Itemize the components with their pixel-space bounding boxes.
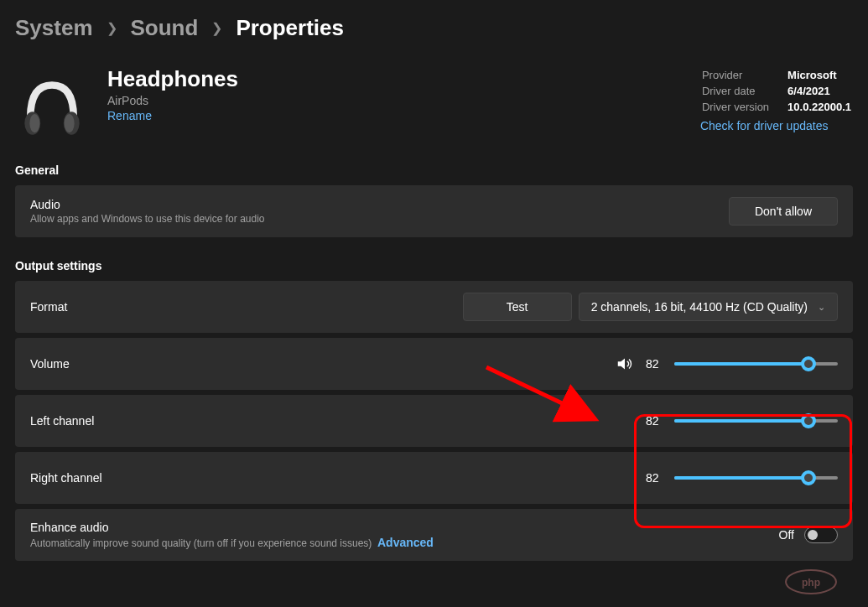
- left-channel-slider[interactable]: [674, 419, 838, 423]
- left-channel-card: Left channel 82: [15, 395, 853, 447]
- watermark: php: [781, 567, 841, 597]
- provider-value: Microsoft: [787, 68, 851, 82]
- enhance-label: Enhance audio: [30, 521, 434, 534]
- speaker-icon[interactable]: [616, 355, 634, 373]
- right-channel-card: Right channel 82: [15, 452, 853, 504]
- headphones-icon: [15, 66, 89, 140]
- volume-slider[interactable]: [674, 362, 838, 366]
- chevron-down-icon: ⌄: [818, 302, 825, 313]
- audio-sub: Allow apps and Windows to use this devic…: [30, 213, 265, 225]
- test-button[interactable]: Test: [463, 293, 572, 321]
- left-channel-value: 82: [646, 414, 663, 428]
- general-section-title: General: [15, 163, 853, 177]
- enhance-sub: Automatically improve sound quality (tur…: [30, 536, 434, 549]
- format-card: Format Test 2 channels, 16 bit, 44100 Hz…: [15, 281, 853, 333]
- format-select[interactable]: 2 channels, 16 bit, 44100 Hz (CD Quality…: [579, 293, 838, 321]
- format-label: Format: [30, 300, 67, 314]
- right-channel-label: Right channel: [30, 471, 102, 485]
- right-channel-slider[interactable]: [674, 476, 838, 480]
- advanced-link[interactable]: Advanced: [377, 536, 434, 549]
- enhance-toggle[interactable]: [804, 527, 838, 543]
- check-updates-link[interactable]: Check for driver updates: [700, 119, 853, 132]
- provider-label: Provider: [702, 68, 786, 82]
- volume-value: 82: [646, 357, 663, 371]
- driver-date-label: Driver date: [702, 84, 786, 98]
- output-section-title: Output settings: [15, 259, 853, 272]
- driver-info: ProviderMicrosoft Driver date6/4/2021 Dr…: [700, 66, 853, 140]
- svg-point-2: [29, 114, 39, 132]
- svg-text:php: php: [802, 577, 820, 589]
- left-channel-label: Left channel: [30, 414, 94, 428]
- format-value: 2 channels, 16 bit, 44100 Hz (CD Quality…: [591, 300, 808, 314]
- rename-link[interactable]: Rename: [107, 109, 238, 122]
- enhance-state: Off: [779, 528, 794, 542]
- driver-version-value: 10.0.22000.1: [787, 100, 851, 114]
- chevron-right-icon: ❯: [107, 20, 117, 36]
- driver-date-value: 6/4/2021: [787, 84, 851, 98]
- svg-point-3: [65, 114, 75, 132]
- breadcrumb-properties: Properties: [236, 15, 344, 41]
- driver-version-label: Driver version: [702, 100, 786, 114]
- device-model: AirPods: [107, 94, 238, 107]
- volume-label: Volume: [30, 357, 70, 371]
- device-name: Headphones: [107, 66, 238, 92]
- breadcrumb-sound[interactable]: Sound: [131, 15, 199, 41]
- enhance-audio-card: Enhance audio Automatically improve soun…: [15, 509, 853, 561]
- audio-card: Audio Allow apps and Windows to use this…: [15, 185, 853, 237]
- dont-allow-button[interactable]: Don't allow: [729, 197, 838, 226]
- audio-label: Audio: [30, 198, 265, 211]
- breadcrumb: System ❯ Sound ❯ Properties: [15, 15, 853, 41]
- breadcrumb-system[interactable]: System: [15, 15, 93, 41]
- volume-card: Volume 82: [15, 338, 853, 390]
- chevron-right-icon: ❯: [211, 20, 222, 36]
- right-channel-value: 82: [646, 471, 663, 485]
